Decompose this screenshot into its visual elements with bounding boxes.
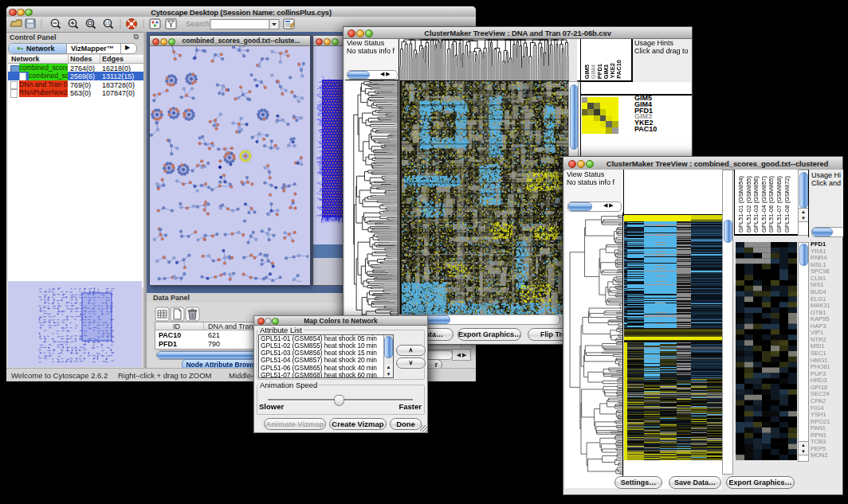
svg-text:Search:: Search: bbox=[186, 19, 212, 28]
svg-text:1:1: 1:1 bbox=[105, 21, 111, 25]
